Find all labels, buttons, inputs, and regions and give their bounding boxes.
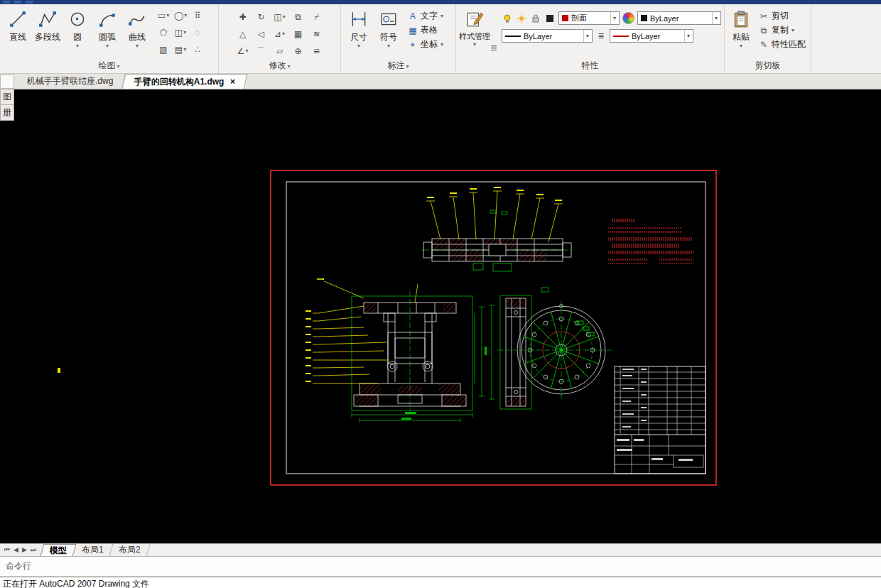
multipoint-tool-icon[interactable]: ∴ — [189, 41, 206, 58]
cad-drawing — [0, 89, 881, 543]
palette-cell-2[interactable]: 册 — [0, 105, 14, 121]
prev-layout-icon[interactable]: ◀ — [13, 546, 18, 554]
color-wheel-icon[interactable] — [622, 12, 634, 24]
ribbon-spacer — [811, 4, 881, 73]
panel-label-clipboard[interactable]: 剪切板 — [725, 60, 811, 72]
fillet-tool-icon[interactable]: ∠▾ — [234, 43, 252, 60]
erase-tool-icon[interactable]: ⌿ — [308, 9, 326, 26]
panel-label-modify[interactable]: 修改▾ — [219, 60, 340, 72]
file-tab-bar: 机械手手臂联结座.dwg 手臂的回转机构A1.dwg × — [0, 74, 881, 89]
coordinate-button[interactable]: ⌖ 坐标 ▾ — [408, 38, 443, 50]
layout-nav: ⏮ ◀ ▶ ⏭ — [0, 546, 42, 554]
tab-layout1[interactable]: 布局1 — [73, 544, 114, 556]
rotate-tool-icon[interactable]: ↻ — [252, 9, 271, 26]
ribbon: 直线 多段线 圆 ▾ — [0, 4, 881, 74]
command-input-line[interactable]: 正在打开 AutoCAD 2007 Drawing 文件 — [0, 577, 881, 588]
spline-icon — [128, 10, 146, 28]
explode-tool-icon[interactable]: ⊕ — [289, 43, 308, 60]
file-tab-strip-icon[interactable] — [0, 75, 14, 89]
dimension-button[interactable]: 尺寸 ▾ — [344, 7, 374, 60]
panel-label-draw[interactable]: 绘图▾ — [0, 60, 218, 72]
extend-tool-icon[interactable]: ▦ — [289, 26, 308, 43]
mirror-tool-icon[interactable]: △ — [234, 26, 252, 43]
copy-tool-icon[interactable]: ⧉ — [289, 9, 308, 26]
dimension-caret-icon[interactable]: ▾ — [357, 43, 360, 49]
symbol-caret-icon[interactable]: ▾ — [387, 43, 390, 49]
command-status-text: 正在打开 AutoCAD 2007 Drawing 文件 — [3, 579, 149, 588]
style-manager-button[interactable]: 样式管理 ▾ — [459, 7, 490, 60]
color-dropdown[interactable]: ByLayer ▾ — [637, 11, 721, 25]
quick-access-toolbar[interactable] — [3, 1, 33, 4]
file-tab-2[interactable]: 手臂的回转机构A1.dwg × — [122, 74, 248, 89]
layer-color-icon[interactable] — [544, 13, 556, 24]
command-panel[interactable]: 命令行 — [0, 556, 881, 577]
circle-button[interactable]: 圆 ▾ — [63, 7, 92, 60]
trim-tool-icon[interactable]: ⊿▾ — [271, 26, 289, 43]
layer-lock-icon[interactable] — [530, 13, 541, 24]
stretch-tool-icon[interactable]: ≋ — [308, 26, 326, 43]
next-layout-icon[interactable]: ▶ — [22, 546, 27, 554]
layer-dropdown[interactable]: 剖面 ▾ — [558, 11, 620, 25]
layer-thaw-icon[interactable] — [516, 13, 527, 24]
line-button[interactable]: 直线 — [3, 7, 33, 60]
copy-icon: ⧉ — [759, 26, 769, 36]
symbol-icon — [379, 10, 398, 28]
lineweight-swatch — [613, 36, 629, 37]
side-palette-tab[interactable]: 图 册 — [0, 89, 14, 121]
copy-button[interactable]: ⧉ 复制 ▾ — [759, 24, 806, 36]
table-tool-icon[interactable]: ▤▾ — [172, 41, 189, 58]
spline-caret-icon[interactable]: ▾ — [136, 43, 139, 49]
layer-on-icon[interactable] — [502, 13, 513, 24]
move-tool-icon[interactable]: ✚ — [234, 9, 252, 26]
join-tool-icon[interactable]: ≌ — [308, 43, 326, 60]
tab-model[interactable]: 模型 — [40, 544, 77, 556]
symbol-button[interactable]: 符号 ▾ — [374, 7, 404, 60]
hatch-tool-icon[interactable]: ▨ — [155, 41, 172, 58]
polyline-label: 多段线 — [35, 31, 60, 43]
top-view — [422, 187, 573, 271]
table-icon: ▦ — [408, 26, 418, 36]
paste-label: 粘贴 — [733, 31, 750, 43]
title-block — [615, 366, 706, 474]
technical-notes — [608, 219, 693, 264]
file-tab-1[interactable]: 机械手手臂联结座.dwg — [15, 74, 126, 89]
stray-point — [58, 368, 60, 373]
linetype-dropdown[interactable]: ByLayer ▾ — [502, 29, 593, 43]
panel-label-properties[interactable]: 特性 — [456, 60, 724, 72]
style-manager-caret-icon[interactable]: ▾ — [473, 42, 476, 48]
tab-layout2[interactable]: 布局2 — [109, 544, 150, 556]
match-properties-button[interactable]: ✎ 特性匹配 — [759, 38, 806, 50]
cut-button[interactable]: ✂ 剪切 — [759, 10, 806, 22]
table-button[interactable]: ▦ 表格 — [408, 24, 443, 36]
list-options-icon[interactable]: ≡ — [490, 43, 497, 54]
spline-button[interactable]: 曲线 ▾ — [122, 7, 152, 60]
last-layout-icon[interactable]: ⏭ — [31, 546, 36, 554]
circular-view — [479, 288, 612, 409]
first-layout-icon[interactable]: ⏮ — [4, 546, 10, 554]
offset-tool-icon[interactable]: ◁ — [252, 26, 271, 43]
palette-cell-1[interactable]: 图 — [0, 89, 14, 105]
circle-caret-icon[interactable]: ▾ — [76, 43, 79, 49]
paste-caret-icon[interactable]: ▾ — [740, 43, 742, 49]
text-button[interactable]: A 文字 ▾ — [408, 10, 443, 22]
array-tool-icon[interactable]: ◫▾ — [271, 9, 289, 26]
lineweight-list-icon[interactable]: ≣ — [595, 31, 607, 42]
drawing-canvas[interactable]: 图 册 — [0, 89, 881, 543]
chamfer-tool-icon[interactable]: ⌒ — [252, 43, 271, 60]
close-tab-icon[interactable]: × — [230, 77, 235, 87]
arc-caret-icon[interactable]: ▾ — [106, 43, 109, 49]
section-view — [306, 278, 475, 423]
polyline-button[interactable]: 多段线 — [33, 7, 63, 60]
revcloud-tool-icon[interactable]: ◌ — [189, 24, 206, 41]
rectangle-tool-icon[interactable]: ▭▾ — [155, 7, 172, 24]
polygon-tool-icon[interactable]: ⬠ — [155, 24, 172, 41]
lineweight-dropdown[interactable]: ByLayer ▾ — [610, 29, 693, 43]
panel-label-annotate[interactable]: 标注▾ — [341, 60, 455, 72]
point-tool-icon[interactable]: ⠿ — [189, 7, 206, 24]
scale-tool-icon[interactable]: ▱ — [271, 43, 289, 60]
command-panel-title: 命令行 — [0, 557, 881, 572]
paste-button[interactable]: 粘贴 ▾ — [728, 7, 755, 60]
arc-button[interactable]: 圆弧 ▾ — [92, 7, 122, 60]
region-tool-icon[interactable]: ◫▾ — [172, 24, 189, 41]
ellipse-tool-icon[interactable]: ◯▾ — [172, 7, 189, 24]
